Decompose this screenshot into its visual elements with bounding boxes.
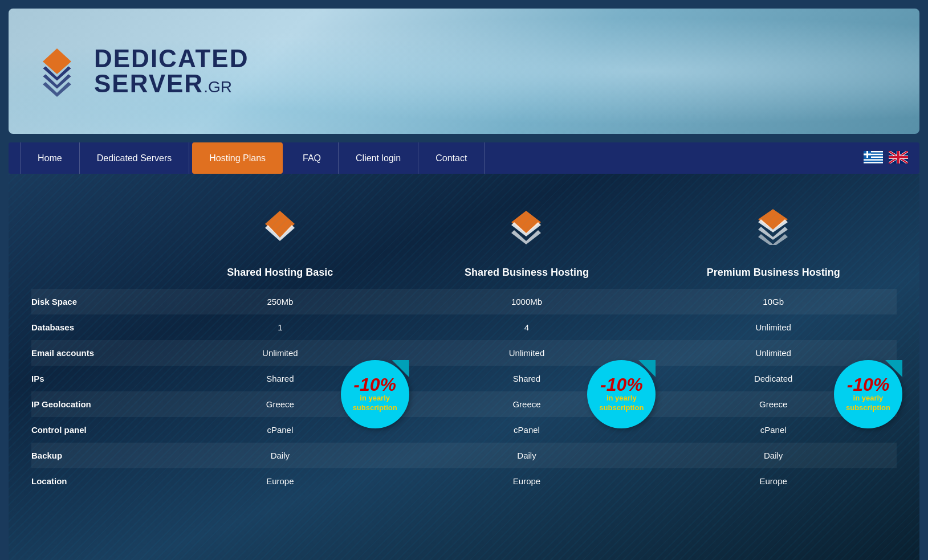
- discount-percent-2: -10%: [600, 375, 643, 394]
- discount-line1: in yearly: [360, 394, 390, 402]
- table-row: Backup Daily Daily Daily: [31, 443, 897, 468]
- plan3-databases: Unlimited: [650, 314, 897, 340]
- nav-hosting-plans[interactable]: Hosting Plans: [192, 142, 283, 174]
- label-header-empty: [31, 262, 157, 283]
- discount-percent: -10%: [353, 375, 396, 394]
- plan3-location: Europe: [650, 468, 897, 494]
- plan2-icon: [508, 208, 545, 245]
- label-databases: Databases: [31, 314, 157, 340]
- nav-dedicated-servers[interactable]: Dedicated Servers: [80, 142, 190, 174]
- svg-marker-29: [758, 209, 788, 230]
- plan2-icon-cell: [404, 197, 650, 256]
- table-row: IP Geolocation Greece -10% in yearly sub…: [31, 391, 897, 417]
- label-icon-empty: [31, 197, 157, 256]
- nav-home[interactable]: Home: [20, 142, 80, 174]
- nav-contact[interactable]: Contact: [418, 142, 485, 174]
- discount-line1-2: in yearly: [607, 394, 637, 402]
- nav-faq[interactable]: FAQ: [286, 142, 339, 174]
- discount-sticker-2: -10% in yearly subscription: [587, 360, 661, 434]
- logo-text-dedicated: DEDICATED: [94, 46, 249, 71]
- plan2-location: Europe: [404, 468, 650, 494]
- discount-sticker-1: -10% in yearly subscription: [341, 360, 415, 434]
- plan1-icon: [262, 208, 299, 245]
- plan-headers-row: Shared Hosting Basic Shared Business Hos…: [31, 262, 897, 283]
- main-content: Shared Hosting Basic Shared Business Hos…: [9, 174, 919, 560]
- flag-greek[interactable]: [864, 151, 883, 166]
- label-disk-space: Disk Space: [31, 289, 157, 314]
- language-flags: [864, 151, 908, 166]
- logo-container: DEDICATED SERVER .GR: [31, 46, 249, 97]
- plan1-ip-geolocation: Greece -10% in yearly subscription: [157, 391, 404, 417]
- label-control-panel: Control panel: [31, 417, 157, 443]
- navigation: Home Dedicated Servers Hosting Plans FAQ…: [9, 142, 919, 174]
- label-ip-geolocation: IP Geolocation: [31, 391, 157, 417]
- logo-text-gr: .GR: [203, 78, 232, 96]
- label-email-accounts: Email accounts: [31, 340, 157, 366]
- svg-rect-14: [864, 153, 871, 155]
- logo-icon: [31, 46, 83, 97]
- label-backup: Backup: [31, 443, 157, 468]
- plan1-databases: 1: [157, 314, 404, 340]
- svg-rect-10: [864, 159, 883, 160]
- table-row: IPs Shared Shared Dedicated: [31, 366, 897, 391]
- plan3-icon: [755, 208, 792, 245]
- discount-line2-2: subscription: [599, 403, 644, 412]
- discount-line2-3: subscription: [846, 403, 890, 412]
- plan1-location: Europe: [157, 468, 404, 494]
- plan2-ip-geolocation: Greece -10% in yearly subscription: [404, 391, 650, 417]
- plan1-header: Shared Hosting Basic: [157, 262, 404, 283]
- plan1-icon-cell: [157, 197, 404, 256]
- plan2-databases: 4: [404, 314, 650, 340]
- table-row: Disk Space 250Mb 1000Mb 10Gb: [31, 289, 897, 314]
- nav-items: Home Dedicated Servers Hosting Plans FAQ…: [20, 142, 864, 174]
- discount-sticker-3: -10% in yearly subscription: [834, 360, 908, 434]
- flag-uk[interactable]: [889, 151, 908, 166]
- plan-icons-row: [31, 197, 897, 262]
- discount-percent-3: -10%: [847, 375, 890, 394]
- table-row: Location Europe Europe Europe: [31, 468, 897, 494]
- svg-marker-3: [43, 82, 71, 97]
- svg-marker-26: [511, 211, 541, 234]
- plan3-ip-geolocation: Greece -10% in yearly subscription: [650, 391, 897, 417]
- plan2-backup: Daily: [404, 443, 650, 468]
- label-ips: IPs: [31, 366, 157, 391]
- plan3-disk-space: 10Gb: [650, 289, 897, 314]
- plan2-header: Shared Business Hosting: [404, 262, 650, 283]
- plan1-backup: Daily: [157, 443, 404, 468]
- table-row: Email accounts Unlimited Unlimited Unlim…: [31, 340, 897, 366]
- plan3-header: Premium Business Hosting: [650, 262, 897, 283]
- discount-line1-3: in yearly: [853, 394, 884, 402]
- plan1-disk-space: 250Mb: [157, 289, 404, 314]
- plan3-icon-cell: [650, 197, 897, 256]
- table-row: Databases 1 4 Unlimited: [31, 314, 897, 340]
- label-location: Location: [31, 468, 157, 494]
- plan3-backup: Daily: [650, 443, 897, 468]
- nav-client-login[interactable]: Client login: [339, 142, 418, 174]
- svg-rect-23: [889, 156, 908, 158]
- plans-table: Disk Space 250Mb 1000Mb 10Gb Databases 1…: [31, 289, 897, 494]
- svg-rect-11: [864, 162, 883, 163]
- header: DEDICATED SERVER .GR: [9, 9, 919, 134]
- table-row: Control panel cPanel cPanel cPanel: [31, 417, 897, 443]
- plan2-disk-space: 1000Mb: [404, 289, 650, 314]
- svg-marker-24: [265, 211, 295, 238]
- discount-line2: subscription: [353, 403, 397, 412]
- logo-text: DEDICATED SERVER .GR: [94, 46, 249, 96]
- logo-text-server: SERVER: [94, 71, 203, 96]
